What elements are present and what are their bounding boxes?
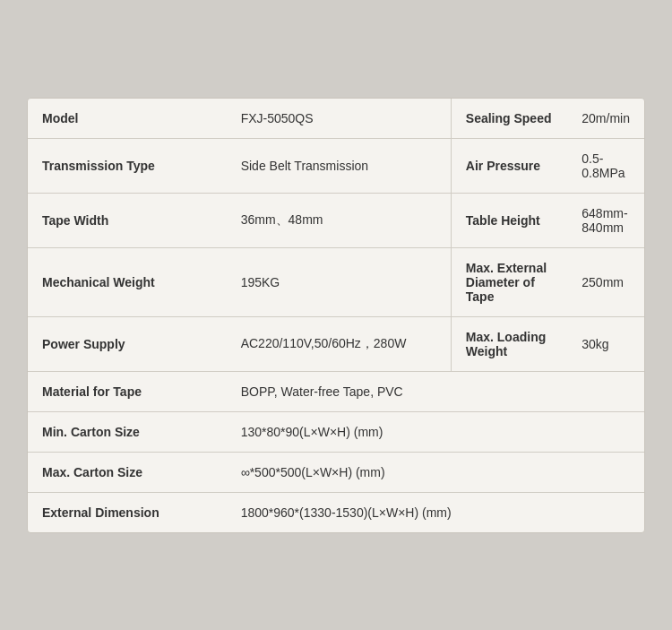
value-full-5: BOPP, Water-free Tape, PVC — [227, 371, 644, 411]
label-left-4: Power Supply — [28, 316, 227, 371]
value-right-0: 20m/min — [567, 99, 644, 139]
value-right-2: 648mm-840mm — [567, 193, 644, 247]
value-right-3: 250mm — [567, 247, 644, 316]
label-left-1: Transmission Type — [28, 138, 227, 193]
label-full-5: Material for Tape — [28, 371, 227, 411]
label-right-1: Air Pressure — [451, 138, 567, 193]
value-left-1: Side Belt Transmission — [227, 138, 452, 193]
value-left-0: FXJ-5050QS — [227, 99, 452, 139]
value-left-3: 195KG — [227, 247, 452, 316]
value-left-4: AC220/110V,50/60Hz，280W — [227, 316, 452, 371]
value-right-1: 0.5-0.8MPa — [567, 138, 644, 193]
label-right-3: Max. External Diameter of Tape — [451, 247, 567, 316]
value-full-6: 130*80*90(L×W×H) (mm) — [227, 411, 644, 452]
label-full-8: External Dimension — [28, 492, 227, 532]
value-left-2: 36mm、48mm — [227, 193, 452, 247]
label-left-2: Tape Width — [28, 193, 227, 247]
label-left-0: Model — [28, 99, 227, 139]
label-full-6: Min. Carton Size — [28, 411, 227, 452]
label-right-2: Table Height — [451, 193, 567, 247]
label-right-0: Sealing Speed — [451, 99, 567, 139]
value-full-8: 1800*960*(1330-1530)(L×W×H) (mm) — [227, 492, 644, 532]
specifications-table: Model FXJ-5050QS Sealing Speed 20m/min T… — [28, 99, 644, 532]
value-right-4: 30kg — [567, 316, 644, 371]
label-left-3: Mechanical Weight — [28, 247, 227, 316]
label-full-7: Max. Carton Size — [28, 452, 227, 492]
spec-table-container: Model FXJ-5050QS Sealing Speed 20m/min T… — [27, 98, 645, 533]
label-right-4: Max. Loading Weight — [451, 316, 567, 371]
value-full-7: ∞*500*500(L×W×H) (mm) — [227, 452, 644, 492]
